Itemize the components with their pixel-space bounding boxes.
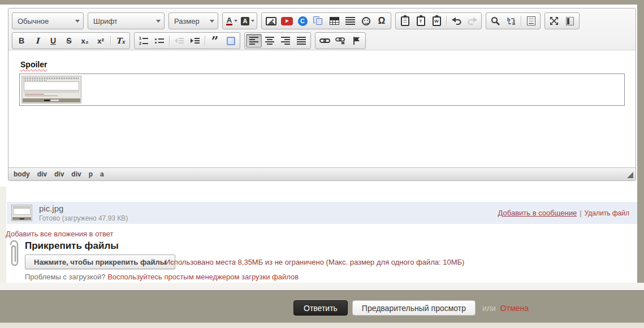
insert-image-button[interactable] — [263, 14, 279, 28]
remove-format-button[interactable]: Tx — [113, 34, 128, 48]
reply-button[interactable]: Ответить — [293, 300, 348, 316]
create-div-button[interactable] — [223, 34, 239, 48]
indent-button[interactable] — [187, 34, 203, 48]
horizontal-lines-icon — [345, 17, 355, 25]
superscript-icon: x² — [97, 37, 104, 45]
color-button-group: A A — [222, 12, 257, 29]
cancel-link[interactable]: Отмена — [500, 304, 529, 313]
simple-uploader-link[interactable]: Воспользуйтесь простым менеджером загруз… — [107, 273, 299, 281]
unlink-button[interactable] — [332, 34, 348, 48]
smiley-button[interactable] — [358, 14, 374, 28]
blockquote-button[interactable]: ” — [207, 34, 223, 48]
remove-format-icon: Tx — [116, 36, 125, 45]
insert-table-button[interactable] — [326, 14, 342, 28]
show-blocks-button[interactable] — [562, 14, 578, 28]
path-item-a[interactable]: a — [100, 170, 104, 178]
bold-icon: B — [19, 36, 24, 45]
justify-button[interactable] — [293, 34, 309, 48]
redo-icon — [468, 17, 477, 25]
replace-button[interactable]: b a — [503, 14, 519, 28]
list-group: 1 2 ” — [134, 32, 240, 49]
svg-text:b: b — [507, 17, 511, 23]
unlink-icon — [335, 37, 346, 45]
paste-plain-text-button[interactable]: T — [413, 14, 429, 28]
spoiler-text[interactable]: Spoiler — [20, 60, 47, 69]
smiley-icon — [362, 17, 370, 25]
paste-button[interactable] — [397, 14, 413, 28]
undo-button[interactable] — [448, 14, 464, 28]
special-char-button[interactable]: Ω — [374, 14, 390, 28]
chevron-down-icon — [251, 20, 254, 22]
add-all-attachments-link[interactable]: Добавить все вложения в ответ — [6, 230, 114, 238]
size-value: Размер — [174, 17, 200, 25]
superscript-button[interactable]: x² — [93, 34, 109, 48]
insert-coub-button[interactable]: C — [295, 14, 310, 28]
align-right-button[interactable] — [278, 34, 293, 48]
add-to-message-link[interactable]: Добавить в сообщение — [498, 209, 577, 217]
find-button[interactable] — [487, 14, 503, 28]
upload-problems-line: Проблемы с загрузкой? Воспользуйтесь про… — [25, 273, 299, 281]
attach-files-button[interactable]: Нажмите, чтобы прикрепить файлы — [25, 254, 175, 269]
align-center-button[interactable] — [262, 34, 278, 48]
path-item-div[interactable]: div — [54, 170, 64, 178]
embedded-screenshot-image[interactable] — [21, 76, 81, 103]
editor-resize-handle[interactable] — [627, 172, 633, 178]
bullet-list-button[interactable] — [152, 34, 167, 48]
chevron-down-icon — [156, 20, 161, 23]
toolbar-separator — [169, 36, 170, 46]
background-color-button[interactable]: A — [240, 14, 256, 28]
paragraph-style-dropdown[interactable]: Обычное — [12, 12, 84, 29]
align-right-icon — [281, 37, 290, 45]
upload-problems-label: Проблемы с загрузкой? — [25, 273, 106, 281]
paste-undo-group: T W — [395, 12, 482, 29]
path-item-p[interactable]: p — [89, 170, 93, 178]
div-container-icon — [227, 37, 235, 45]
path-item-div[interactable]: div — [71, 170, 81, 178]
paragraph-style-value: Обычное — [18, 17, 49, 25]
italic-button[interactable]: I — [29, 34, 45, 48]
format-group: B I U S x₂ x² Tx — [12, 32, 130, 49]
maximize-button[interactable] — [546, 14, 562, 28]
insert-youtube-button[interactable] — [279, 14, 295, 28]
select-all-button[interactable] — [523, 14, 539, 28]
page-right-strip — [637, 0, 644, 328]
outdent-button[interactable] — [171, 34, 187, 48]
toolbar-separator — [205, 36, 205, 46]
strikethrough-button[interactable]: S — [61, 34, 77, 48]
attachment-filename: pic.jpg — [39, 204, 128, 213]
underline-icon: U — [50, 36, 56, 45]
paste-from-word-button[interactable]: W — [429, 14, 444, 28]
delete-file-link[interactable]: Удалить файл — [585, 209, 629, 217]
size-dropdown[interactable]: Размер — [168, 12, 218, 29]
insert-horizontal-rule-button[interactable] — [342, 14, 358, 28]
text-color-button[interactable]: A — [224, 14, 240, 28]
path-item-body[interactable]: body — [14, 170, 30, 178]
attach-files-title: Прикрепить файлы — [25, 240, 119, 252]
background-color-icon: A — [241, 17, 249, 25]
select-all-icon — [527, 16, 535, 25]
paste-word-icon: W — [433, 16, 441, 26]
bold-button[interactable]: B — [14, 34, 29, 48]
path-item-div[interactable]: div — [37, 170, 47, 178]
page-top-bar — [0, 0, 644, 5]
search-icon — [491, 16, 500, 25]
text-color-icon: A — [226, 16, 232, 25]
view-group — [544, 12, 580, 29]
subscript-button[interactable]: x₂ — [77, 34, 93, 48]
underline-button[interactable]: U — [45, 34, 61, 48]
omega-icon: Ω — [378, 16, 386, 26]
youtube-icon — [281, 17, 293, 25]
font-dropdown[interactable]: Шрифт — [88, 12, 165, 29]
editor-toolbar: Обычное Шрифт Размер A A — [8, 8, 636, 50]
ordered-list-button[interactable]: 1 2 — [136, 34, 152, 48]
redo-button[interactable] — [464, 14, 480, 28]
link-button[interactable] — [317, 34, 332, 48]
pages-copy-icon — [313, 16, 323, 25]
editor-content-area[interactable]: Spoiler — [8, 51, 636, 167]
elements-path-bar: body div div div p a — [8, 167, 636, 180]
align-left-button[interactable] — [246, 34, 262, 48]
anchor-button[interactable] — [348, 34, 364, 48]
multiquote-button[interactable] — [310, 14, 326, 28]
preview-button[interactable]: Предварительный просмотр — [352, 300, 476, 316]
spoiler-box[interactable] — [19, 74, 625, 106]
